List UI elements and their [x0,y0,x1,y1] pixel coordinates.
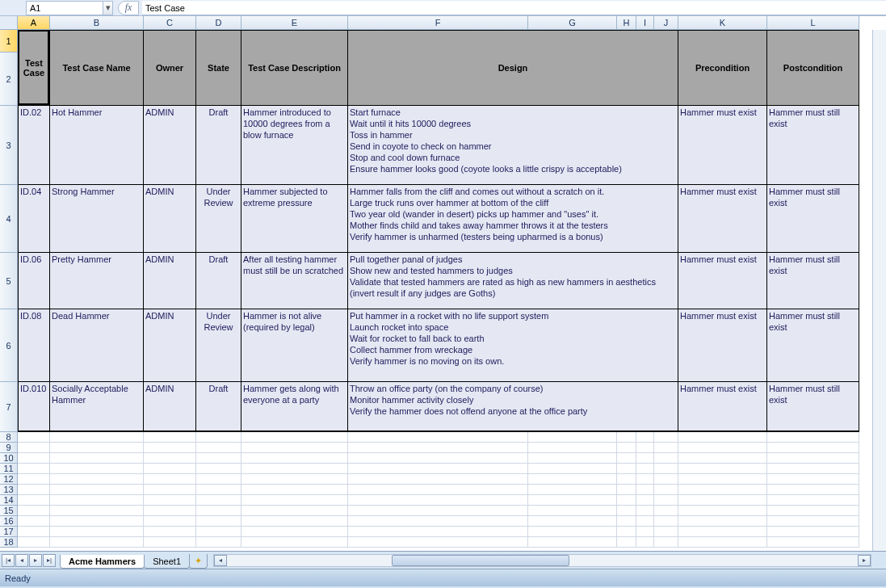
cell[interactable] [654,537,678,548]
row-header[interactable]: 1 [0,30,18,52]
cell[interactable] [767,527,859,537]
column-header[interactable]: J [654,16,678,29]
cell[interactable] [636,453,654,464]
cell[interactable] [617,527,636,537]
sheet-tab[interactable]: Sheet1 [144,555,190,569]
cell[interactable] [196,516,241,527]
cell[interactable]: Hammer must exist [678,185,767,253]
cell[interactable] [144,537,196,548]
cell[interactable] [528,516,617,527]
cell[interactable]: Under Review [196,185,241,253]
cell[interactable]: ADMIN [144,106,196,185]
cell[interactable] [528,506,617,516]
cell[interactable]: Hammer must exist [678,309,767,382]
cell[interactable] [617,432,636,443]
cell[interactable] [241,432,348,443]
cell[interactable] [348,443,528,453]
cell[interactable] [50,537,144,548]
cell[interactable]: ID.02 [18,106,50,185]
cell[interactable] [636,516,654,527]
hscroll-left[interactable]: ◂ [214,555,227,566]
horizontal-scrollbar[interactable]: ◂ ▸ [213,554,871,567]
cell[interactable] [767,516,859,527]
cell[interactable] [617,495,636,506]
cell[interactable]: Draft [196,382,241,432]
cell[interactable] [196,485,241,495]
cell[interactable] [636,432,654,443]
row-header[interactable]: 15 [0,506,18,516]
cell[interactable] [50,516,144,527]
select-all-corner[interactable] [0,16,18,30]
column-header[interactable]: A [18,16,50,29]
cell[interactable] [678,527,767,537]
cell[interactable] [636,443,654,453]
tab-nav-first[interactable]: |◂ [2,554,15,567]
column-header[interactable]: L [767,16,859,29]
cell[interactable] [144,453,196,464]
cell[interactable] [144,516,196,527]
row-header[interactable]: 8 [0,432,18,443]
cell[interactable] [348,474,528,485]
cell[interactable] [50,495,144,506]
cell[interactable]: Pretty Hammer [50,253,144,309]
cell[interactable] [196,443,241,453]
cell[interactable] [767,495,859,506]
cell[interactable]: Hammer subjected to extreme pressure [241,185,348,253]
cell[interactable]: Hammer must still exist [767,309,859,382]
row-header[interactable]: 7 [0,382,18,432]
cell[interactable] [767,474,859,485]
row-header[interactable]: 12 [0,474,18,485]
cell[interactable] [348,516,528,527]
new-sheet-tab[interactable]: ✦ [189,554,208,569]
cell[interactable] [196,527,241,537]
column-header[interactable]: F [348,16,528,29]
grid[interactable]: Test CaseTest Case NameOwnerStateTest Ca… [18,30,859,548]
cell[interactable] [617,516,636,527]
cell[interactable]: Hammer must still exist [767,253,859,309]
cell[interactable]: ADMIN [144,185,196,253]
cell[interactable] [767,432,859,443]
cell[interactable] [617,453,636,464]
cell[interactable] [636,506,654,516]
cell[interactable] [18,527,50,537]
cell[interactable]: Strong Hammer [50,185,144,253]
fx-button[interactable]: fx [118,1,139,15]
sheet-tab-active[interactable]: Acme Hammers [60,555,145,569]
cell[interactable] [348,453,528,464]
cell[interactable] [50,443,144,453]
column-header[interactable]: K [678,16,767,29]
cell[interactable] [18,485,50,495]
cell[interactable] [767,453,859,464]
cell[interactable] [767,537,859,548]
cell[interactable] [144,474,196,485]
cell[interactable] [654,495,678,506]
cell[interactable] [348,537,528,548]
cell[interactable] [528,443,617,453]
cell[interactable]: Hammer must still exist [767,185,859,253]
row-header[interactable]: 4 [0,185,18,253]
cell[interactable]: Hammer gets along with everyone at a par… [241,382,348,432]
cell[interactable]: Design [348,30,678,106]
cell[interactable]: Hammer must exist [678,106,767,185]
cell[interactable]: Hammer is not alive (required by legal) [241,309,348,382]
cell[interactable] [241,453,348,464]
row-header[interactable]: 13 [0,485,18,495]
cell[interactable] [50,485,144,495]
cell[interactable] [144,506,196,516]
cell[interactable] [18,453,50,464]
cell[interactable] [528,537,617,548]
cell[interactable] [241,516,348,527]
cell[interactable] [241,474,348,485]
cell[interactable] [50,432,144,443]
formula-bar[interactable]: Test Case [142,1,886,15]
row-header[interactable]: 6 [0,309,18,382]
cell[interactable] [196,453,241,464]
cell[interactable]: Throw an office party (on the company of… [348,382,678,432]
cell[interactable] [18,432,50,443]
cell[interactable]: Test Case Description [241,30,348,106]
row-header[interactable]: 14 [0,495,18,506]
cell[interactable]: ADMIN [144,382,196,432]
column-header[interactable]: E [241,16,348,29]
cell[interactable]: Hammer falls from the cliff and comes ou… [348,185,678,253]
cell[interactable] [196,464,241,474]
